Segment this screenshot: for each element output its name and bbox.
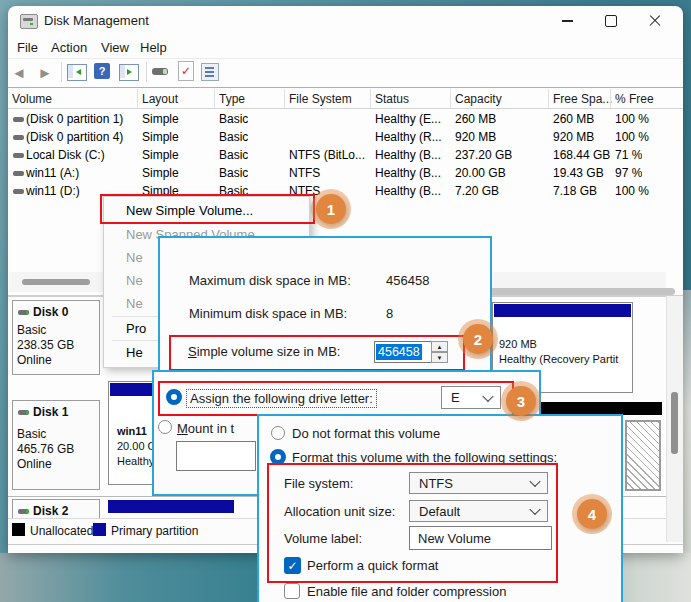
mount-path-input[interactable] (176, 441, 256, 471)
forward-icon[interactable]: ► (34, 62, 56, 82)
disk-icon (18, 310, 29, 315)
table-row[interactable]: win11 (A:) Simple Basic NTFS Healthy (B.… (8, 164, 683, 182)
task-list-icon[interactable] (201, 63, 219, 81)
step-badge-4: 4 (577, 499, 607, 529)
col-layout[interactable]: Layout (142, 92, 178, 106)
toolbar-separator (61, 62, 62, 82)
attach-vhd-icon[interactable] (152, 68, 168, 75)
partition-color-bar (494, 304, 631, 317)
table-row[interactable]: (Disk 0 partition 1) Simple Basic Health… (8, 110, 683, 128)
col-free-space[interactable]: Free Spa... (553, 92, 612, 106)
volume-icon (13, 135, 24, 140)
col-volume[interactable]: Volume (12, 92, 52, 106)
divider-bar (487, 288, 675, 295)
help-icon[interactable]: ? (94, 63, 110, 79)
do-not-format-radio[interactable] (271, 426, 285, 440)
volume-icon (13, 189, 24, 194)
minimize-icon (562, 20, 573, 22)
legend-label: Unallocated (30, 524, 93, 538)
do-not-format-label: Do not format this volume (292, 426, 440, 441)
max-space-label: Maximum disk space in MB: (189, 273, 351, 288)
disk2-partition-bar[interactable] (108, 500, 234, 513)
mount-folder-radio[interactable] (158, 420, 172, 434)
action-pane-icon[interactable] (119, 64, 139, 81)
toolbar-separator (146, 62, 147, 82)
menu-view[interactable]: View (94, 37, 136, 58)
annotation-box-1 (100, 194, 315, 224)
menu-help[interactable]: Help (133, 37, 174, 58)
close-icon (649, 15, 661, 27)
maximize-icon (605, 15, 617, 27)
compression-label: Enable file and folder compression (307, 584, 506, 599)
max-space-value: 456458 (386, 273, 429, 288)
window-title: Disk Management (44, 13, 149, 28)
annotation-box-2 (169, 335, 465, 371)
disk0-info-box[interactable]: Disk 0 Basic 238.35 GB Online (12, 300, 100, 375)
col-pct-free[interactable]: % Free (615, 92, 654, 106)
maximize-button[interactable] (589, 6, 633, 36)
volume-icon (13, 171, 24, 176)
col-file-system[interactable]: File System (289, 92, 352, 106)
v-scrollbar-thumb[interactable] (671, 392, 678, 454)
desktop: { "window": { "title": "Disk Management"… (0, 0, 691, 602)
disk1-info-box[interactable]: Disk 1 Basic 465.76 GB Online (12, 400, 100, 490)
compression-checkbox[interactable] (284, 583, 300, 599)
min-space-label: Minimum disk space in MB: (189, 306, 347, 321)
disk-icon (18, 410, 29, 415)
annotation-box-3 (158, 381, 514, 416)
volume-icon (13, 117, 24, 122)
step-badge-3: 3 (506, 386, 536, 416)
disk2-info-box[interactable]: Disk 2 (12, 499, 100, 518)
table-top-border (8, 87, 683, 88)
mount-folder-label: Mount in t (177, 421, 255, 436)
legend-swatch-primary (93, 523, 106, 536)
disk-icon (18, 509, 29, 514)
desktop-wallpaper-right (683, 290, 691, 553)
volume-icon (13, 153, 24, 158)
header-bottom-border (8, 108, 683, 109)
minimize-button[interactable] (545, 6, 589, 36)
legend-swatch-unallocated (12, 523, 25, 536)
legend-label: Primary partition (111, 524, 198, 538)
menu-file[interactable]: File (10, 37, 45, 58)
table-row[interactable]: Local Disk (C:) Simple Basic NTFS (BitLo… (8, 146, 683, 164)
col-capacity[interactable]: Capacity (455, 92, 502, 106)
menubar-divider (8, 58, 683, 59)
col-status[interactable]: Status (375, 92, 409, 106)
menu-action[interactable]: Action (44, 37, 94, 58)
col-type[interactable]: Type (219, 92, 245, 106)
min-space-value: 8 (386, 306, 393, 321)
annotation-box-4 (267, 463, 558, 583)
close-button[interactable] (633, 6, 677, 36)
h-scrollbar-thumb[interactable] (22, 279, 90, 285)
step-badge-2: 2 (463, 324, 493, 354)
step-badge-1: 1 (316, 194, 346, 224)
app-icon (20, 14, 38, 29)
check-disk-icon[interactable]: ✓ (178, 61, 194, 81)
disk1-unallocated-region[interactable] (625, 420, 661, 491)
back-icon[interactable]: ◄ (8, 62, 30, 82)
console-tree-icon[interactable] (67, 64, 87, 81)
table-row[interactable]: (Disk 0 partition 4) Simple Basic Health… (8, 128, 683, 146)
